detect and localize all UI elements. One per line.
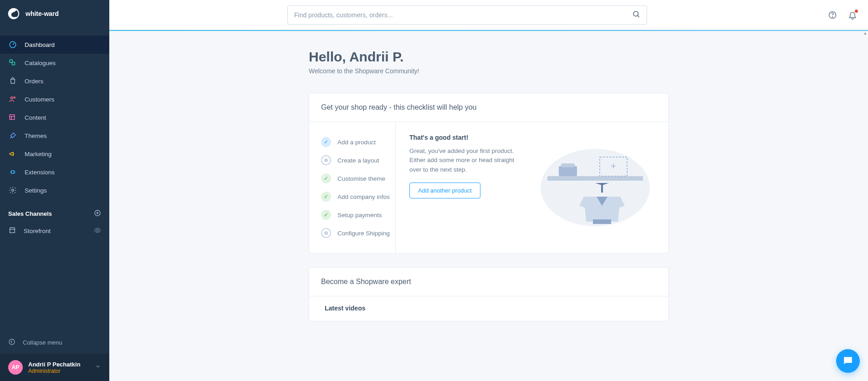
checklist-detail: That's a good start! Great, you've added… <box>396 122 668 253</box>
svg-point-11 <box>9 339 15 345</box>
nav-label: Extensions <box>25 169 55 176</box>
sales-channels-header: Sales Channels <box>0 199 109 222</box>
collapse-icon <box>8 338 15 347</box>
notification-dot-icon <box>855 10 858 13</box>
bag-icon <box>8 76 17 86</box>
nav-label: Settings <box>25 187 47 194</box>
svg-rect-17 <box>559 166 577 176</box>
collapse-label: Collapse menu <box>23 339 62 346</box>
nav-content[interactable]: Content <box>0 108 109 127</box>
chat-fab-button[interactable] <box>836 349 860 373</box>
expert-card-title: Become a Shopware expert <box>309 268 668 296</box>
nav-label: Dashboard <box>25 41 55 48</box>
nav-marketing[interactable]: Marketing <box>0 145 109 163</box>
expert-card-subtitle: Latest videos <box>309 296 668 312</box>
brand-name: white-ward <box>26 10 59 17</box>
checklist-item-customise-theme[interactable]: ✓ Customise theme <box>321 169 390 188</box>
chevron-down-icon <box>95 363 101 371</box>
nav-label: Marketing <box>25 151 51 157</box>
svg-rect-16 <box>547 176 643 181</box>
nav-label: Catalogues <box>25 60 56 66</box>
svg-rect-21 <box>601 184 603 193</box>
checklist-label: Configure Shipping <box>337 230 390 237</box>
svg-text:+: + <box>611 160 617 172</box>
checklist-label: Setup payments <box>337 212 382 218</box>
check-icon: ✓ <box>321 137 331 147</box>
checklist-card: Get your shop ready - this checklist wil… <box>309 93 669 254</box>
detail-desc: Great, you've added your first product. … <box>409 147 522 174</box>
nav-label: Content <box>25 114 46 121</box>
search-icon[interactable] <box>632 10 640 20</box>
check-icon: ✓ <box>321 210 331 220</box>
layout-icon <box>8 113 17 122</box>
avatar: AP <box>8 360 23 375</box>
gear-icon <box>8 186 17 195</box>
content-scroll[interactable]: Hello, Andrii P. Welcome to the Shopware… <box>109 31 868 381</box>
nav-extensions[interactable]: Extensions <box>0 163 109 181</box>
megaphone-icon <box>8 149 17 158</box>
topbar <box>109 0 868 30</box>
sidebar: white-ward Dashboard Catalogues Orders C… <box>0 0 109 381</box>
main-nav: Dashboard Catalogues Orders Customers Co… <box>0 27 109 199</box>
svg-point-3 <box>11 97 13 99</box>
sidebar-header: white-ward <box>0 0 109 27</box>
nav-dashboard[interactable]: Dashboard <box>0 36 109 54</box>
storefront-icon <box>8 226 16 236</box>
checklist-label: Customise theme <box>337 175 385 182</box>
circle-icon <box>321 155 331 165</box>
collapse-menu-button[interactable]: Collapse menu <box>0 332 109 353</box>
add-another-product-button[interactable]: Add another product <box>409 183 480 198</box>
user-name: Andrii P Pechatkin <box>28 361 81 368</box>
svg-point-10 <box>97 229 98 231</box>
svg-point-12 <box>633 11 638 16</box>
help-icon[interactable] <box>828 10 837 20</box>
nav-customers[interactable]: Customers <box>0 90 109 108</box>
eye-icon[interactable] <box>94 227 101 235</box>
checklist-label: Add a product <box>337 139 376 146</box>
page-title: Hello, Andrii P. <box>309 49 669 65</box>
plugin-icon <box>8 168 17 177</box>
search-input-wrap[interactable] <box>287 5 647 25</box>
svg-point-7 <box>12 189 14 192</box>
sales-channel-storefront[interactable]: Storefront <box>0 222 109 240</box>
sales-channels-title: Sales Channels <box>8 210 52 217</box>
nav-label: Orders <box>25 78 43 85</box>
nav-themes[interactable]: Themes <box>0 127 109 145</box>
scroll-up-arrow-icon[interactable]: ▲ <box>863 31 868 36</box>
checklist: ✓ Add a product Create a layout ✓ Custom… <box>309 122 396 253</box>
nav-settings[interactable]: Settings <box>0 181 109 199</box>
expert-card: Become a Shopware expert Latest videos <box>309 267 669 321</box>
add-channel-icon[interactable] <box>94 209 101 218</box>
checklist-item-create-layout[interactable]: Create a layout <box>321 151 390 169</box>
gauge-icon <box>8 40 17 49</box>
checklist-illustration-icon: + <box>536 134 654 241</box>
svg-rect-18 <box>561 163 575 167</box>
svg-rect-5 <box>10 115 15 120</box>
bell-icon[interactable] <box>848 10 857 20</box>
checklist-card-title: Get your shop ready - this checklist wil… <box>309 93 668 122</box>
topbar-actions <box>814 10 857 20</box>
checklist-item-add-product[interactable]: ✓ Add a product <box>321 133 390 151</box>
page-subtitle: Welcome to the Shopware Community! <box>309 67 669 75</box>
svg-rect-9 <box>10 229 15 233</box>
checklist-label: Add company infos <box>337 193 390 200</box>
nav-catalogues[interactable]: Catalogues <box>0 54 109 72</box>
sales-channel-label: Storefront <box>24 228 51 234</box>
checklist-label: Create a layout <box>337 157 379 164</box>
search-input[interactable] <box>294 11 632 19</box>
main: Hello, Andrii P. Welcome to the Shopware… <box>109 0 868 381</box>
svg-point-4 <box>14 97 15 98</box>
checklist-item-company-infos[interactable]: ✓ Add company infos <box>321 188 390 206</box>
nav-label: Customers <box>25 96 54 103</box>
user-footer[interactable]: AP Andrii P Pechatkin Administrator <box>0 353 109 381</box>
circle-icon <box>321 228 331 238</box>
checklist-item-shipping[interactable]: Configure Shipping <box>321 224 390 242</box>
nav-label: Themes <box>25 132 47 139</box>
brush-icon <box>8 131 17 140</box>
svg-point-14 <box>832 16 832 17</box>
checklist-item-setup-payments[interactable]: ✓ Setup payments <box>321 206 390 224</box>
detail-title: That's a good start! <box>409 134 522 141</box>
nav-orders[interactable]: Orders <box>0 72 109 90</box>
check-icon: ✓ <box>321 192 331 202</box>
check-icon: ✓ <box>321 173 331 183</box>
